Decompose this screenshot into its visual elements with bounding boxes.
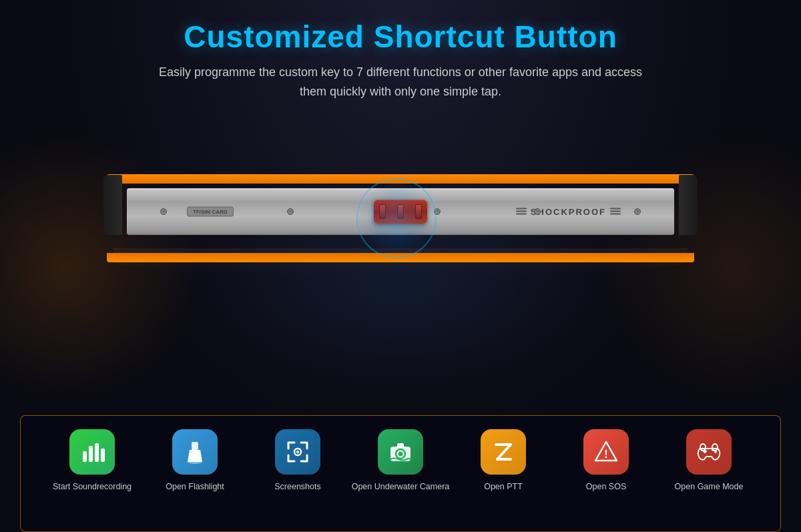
- shockproof-area: SHOCKPROOF: [516, 206, 621, 216]
- sim-label: TF/SIM CARD: [193, 208, 228, 214]
- feature-flashlight: Open Flashlight: [144, 429, 246, 492]
- game-mode-icon-bg: [686, 429, 732, 475]
- feature-underwater-camera: Open Underwater Camera: [349, 429, 452, 492]
- feature-ptt: Open PTT: [452, 429, 555, 492]
- gamepad-icon: [696, 439, 722, 465]
- svg-point-5: [188, 460, 202, 464]
- ptt-icon-bg: [481, 429, 526, 475]
- underwater-camera-icon-bg: [378, 429, 423, 475]
- features-grid: Start Soundrecording Open Flashlight: [41, 429, 760, 521]
- shock-line: [516, 214, 527, 215]
- screenshots-icon-bg: [275, 429, 320, 475]
- page-wrapper: Customized Shortcut Button Easily progra…: [0, 0, 801, 532]
- phone-rubber-bottom: [107, 253, 694, 262]
- underwater-camera-icon: [388, 439, 413, 465]
- underwater-camera-label: Open Underwater Camera: [352, 481, 450, 492]
- screenshots-label: Screenshots: [274, 481, 320, 492]
- phone-rubber-top: [107, 174, 694, 184]
- svg-rect-9: [397, 443, 404, 448]
- screw-5: [634, 208, 641, 215]
- sos-icon: !: [593, 439, 619, 465]
- svg-rect-3: [101, 449, 105, 462]
- flashlight-icon-bg: [172, 429, 218, 475]
- screw-4: [534, 208, 541, 215]
- bar-chart-icon: [79, 439, 105, 465]
- screenshot-icon: [285, 439, 310, 465]
- feature-game-mode: Open Game Mode: [657, 429, 760, 492]
- sound-recording-icon-bg: [69, 429, 115, 475]
- shock-line: [516, 208, 527, 210]
- svg-point-11: [398, 452, 403, 457]
- screw-1: [160, 208, 167, 215]
- shock-line: [610, 211, 621, 212]
- feature-screenshots: Screenshots: [246, 429, 349, 492]
- svg-point-18: [712, 444, 718, 451]
- features-section: Start Soundrecording Open Flashlight: [20, 415, 781, 532]
- flashlight-icon: [182, 439, 208, 465]
- sound-recording-label: Start Soundrecording: [53, 481, 131, 492]
- shock-lines-left: [516, 208, 527, 215]
- feature-sos: ! Open SOS: [555, 429, 657, 492]
- feature-sound-recording: Start Soundrecording: [41, 429, 144, 492]
- btn-bar-1: [379, 204, 386, 219]
- shock-lines-right: [610, 208, 621, 215]
- sim-area: TF/SIM CARD: [187, 206, 234, 216]
- bumper-left: [103, 175, 122, 235]
- shock-line: [610, 208, 621, 210]
- btn-bar-3: [415, 204, 422, 219]
- phone-body: TF/SIM CARD: [100, 165, 701, 272]
- custom-button[interactable]: [374, 200, 427, 224]
- svg-point-7: [296, 451, 299, 453]
- svg-text:!: !: [604, 449, 607, 460]
- btn-bar-2: [397, 204, 404, 219]
- phone-section: TF/SIM CARD: [0, 108, 801, 308]
- shockproof-label: SHOCKPROOF: [531, 206, 606, 216]
- svg-rect-0: [83, 451, 87, 462]
- shock-line: [610, 214, 621, 215]
- svg-rect-4: [192, 442, 198, 450]
- ptt-label: Open PTT: [484, 481, 523, 492]
- game-mode-label: Open Game Mode: [675, 481, 744, 492]
- svg-rect-2: [95, 443, 99, 462]
- subtitle: Easily programme the custom key to 7 dif…: [150, 63, 651, 101]
- flashlight-label: Open Flashlight: [166, 481, 224, 492]
- svg-point-17: [700, 444, 706, 451]
- ptt-icon: [491, 439, 516, 465]
- phone-metal: TF/SIM CARD: [127, 188, 674, 235]
- sos-icon-bg: !: [583, 429, 629, 475]
- sos-label: Open SOS: [586, 481, 626, 492]
- header: Customized Shortcut Button Easily progra…: [0, 0, 801, 101]
- screw-3: [434, 208, 441, 215]
- screw-2: [287, 208, 294, 215]
- shock-line: [516, 211, 527, 212]
- svg-rect-1: [89, 446, 93, 462]
- bumper-right: [679, 175, 698, 235]
- main-title: Customized Shortcut Button: [0, 19, 801, 55]
